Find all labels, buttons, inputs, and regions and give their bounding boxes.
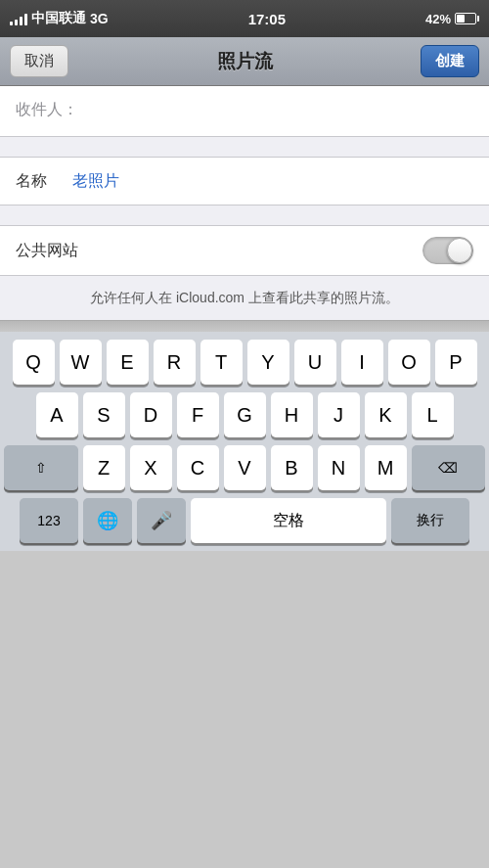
battery-icon — [455, 13, 479, 24]
key-t[interactable]: T — [200, 340, 243, 385]
content-area: 收件人： 名称 公共网站 允许任何人在 iCloud.com 上查看此共享的照片… — [0, 86, 489, 320]
description-text: 允许任何人在 iCloud.com 上查看此共享的照片流。 — [0, 276, 489, 320]
name-section: 名称 — [0, 157, 489, 206]
key-g[interactable]: G — [224, 392, 266, 437]
key-o[interactable]: O — [388, 340, 430, 385]
key-x[interactable]: X — [130, 445, 172, 490]
key-s[interactable]: S — [83, 392, 125, 437]
keyboard-row-2: A S D F G H J K L — [4, 392, 485, 437]
key-j[interactable]: J — [318, 392, 360, 437]
toggle-knob — [447, 238, 472, 263]
key-u[interactable]: U — [294, 340, 336, 385]
public-website-toggle[interactable] — [422, 237, 473, 264]
key-d[interactable]: D — [130, 392, 172, 437]
recipients-section: 收件人： — [0, 86, 489, 137]
globe-key[interactable]: 🌐 — [83, 498, 132, 543]
create-button[interactable]: 创建 — [421, 45, 479, 77]
key-m[interactable]: M — [365, 445, 407, 490]
name-input[interactable] — [72, 172, 473, 190]
key-p[interactable]: P — [435, 340, 477, 385]
status-left: 中国联通 3G — [10, 10, 109, 27]
backspace-key[interactable]: ⌫ — [412, 445, 486, 490]
shift-key[interactable]: ⇧ — [4, 445, 78, 490]
keyboard-row-1: Q W E R T Y U I O P — [4, 340, 485, 385]
key-h[interactable]: H — [271, 392, 313, 437]
key-y[interactable]: Y — [247, 340, 289, 385]
nav-bar: 取消 照片流 创建 — [0, 37, 489, 86]
key-v[interactable]: V — [224, 445, 266, 490]
keyboard-bottom-row: 123 🌐 🎤 空格 换行 — [4, 498, 485, 543]
status-bar: 中国联通 3G 17:05 42% — [0, 0, 489, 37]
status-right: 42% — [425, 12, 479, 26]
nav-title: 照片流 — [217, 49, 273, 74]
name-field-label: 名称 — [16, 171, 63, 192]
network-label: 3G — [90, 11, 109, 26]
key-i[interactable]: I — [341, 340, 383, 385]
key-q[interactable]: Q — [13, 340, 55, 385]
key-c[interactable]: C — [177, 445, 219, 490]
status-time: 17:05 — [248, 11, 286, 27]
numbers-key[interactable]: 123 — [20, 498, 78, 543]
space-key[interactable]: 空格 — [191, 498, 386, 543]
battery-percent: 42% — [425, 12, 451, 26]
public-website-section: 公共网站 — [0, 225, 489, 276]
mic-key[interactable]: 🎤 — [137, 498, 186, 543]
recipients-label: 收件人： — [16, 101, 78, 117]
return-key[interactable]: 换行 — [391, 498, 469, 543]
public-website-label: 公共网站 — [16, 241, 78, 261]
key-n[interactable]: N — [318, 445, 360, 490]
carrier-label: 中国联通 — [31, 10, 86, 27]
key-a[interactable]: A — [36, 392, 78, 437]
key-r[interactable]: R — [154, 340, 196, 385]
key-k[interactable]: K — [365, 392, 407, 437]
keyboard-row-3: ⇧ Z X C V B N M ⌫ — [4, 445, 485, 490]
key-l[interactable]: L — [412, 392, 454, 437]
key-w[interactable]: W — [60, 340, 102, 385]
cancel-button[interactable]: 取消 — [10, 45, 68, 77]
key-f[interactable]: F — [177, 392, 219, 437]
keyboard-divider — [0, 320, 489, 332]
keyboard: Q W E R T Y U I O P A S D F G H J K L ⇧ … — [0, 332, 489, 551]
key-z[interactable]: Z — [83, 445, 125, 490]
key-b[interactable]: B — [271, 445, 313, 490]
key-e[interactable]: E — [107, 340, 149, 385]
signal-bars — [10, 12, 27, 25]
